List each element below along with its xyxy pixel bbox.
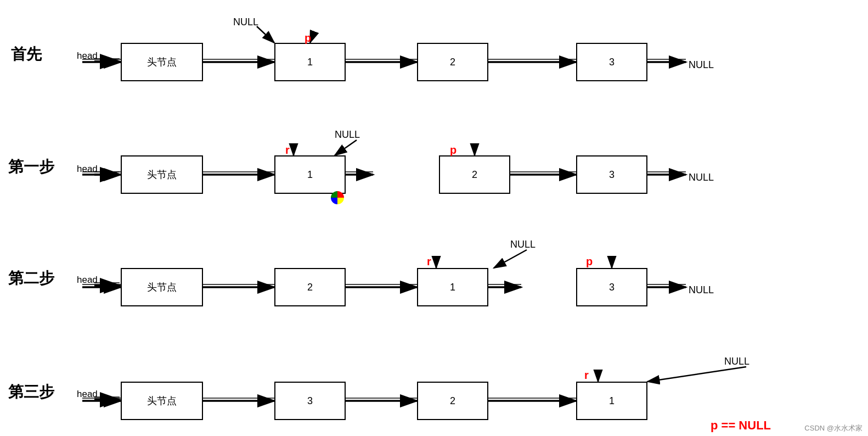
- node-n0_3: 3: [576, 43, 647, 81]
- head-label-row2: head: [77, 275, 98, 286]
- head-label-row0: head: [77, 51, 98, 62]
- node-n1_0: 头节点: [121, 155, 203, 194]
- head-label-row3: head: [77, 389, 98, 400]
- node-n2_2: 1: [417, 268, 488, 306]
- node-n1_3: 3: [576, 155, 647, 194]
- null-label: NULL: [510, 239, 536, 250]
- row-label-row1: 第一步: [8, 156, 54, 177]
- node-n3_1: 3: [274, 382, 346, 420]
- node-n0_0: 头节点: [121, 43, 203, 81]
- null-label: NULL: [233, 16, 258, 28]
- head-label-row1: head: [77, 164, 98, 175]
- pointer-p: p: [450, 144, 456, 156]
- watermark-text: CSDN @水水术家: [804, 423, 863, 433]
- null-label: NULL: [335, 129, 360, 141]
- node-n2_0: 头节点: [121, 268, 203, 306]
- svg-line-27: [335, 140, 357, 155]
- node-n3_3: 1: [576, 382, 647, 420]
- node-n3_2: 2: [417, 382, 488, 420]
- pointer-p: p: [305, 32, 311, 44]
- diagram-container: 首先head头节点123NULLNULLp第一步head头节点123NULLNU…: [0, 0, 868, 436]
- pointer-r: r: [285, 144, 290, 156]
- node-n2_3: 3: [576, 268, 647, 306]
- node-n3_0: 头节点: [121, 382, 203, 420]
- node-n0_2: 2: [417, 43, 488, 81]
- null-label: NULL: [689, 59, 714, 71]
- svg-line-14: [257, 26, 274, 43]
- pointer-p: p: [586, 255, 593, 268]
- row-label-row2: 第二步: [8, 268, 54, 289]
- null-label: NULL: [724, 356, 749, 367]
- svg-line-40: [494, 250, 527, 268]
- pointer-r: r: [427, 255, 431, 268]
- node-n1_1: 1: [274, 155, 346, 194]
- svg-line-51: [647, 367, 746, 382]
- pointer-p-==-NULL: p == NULL: [711, 418, 771, 433]
- row-label-row0: 首先: [11, 44, 42, 65]
- null-label: NULL: [689, 172, 714, 183]
- null-label: NULL: [689, 284, 714, 296]
- row-label-row3: 第三步: [8, 382, 54, 403]
- node-n1_2: 2: [439, 155, 510, 194]
- pointer-r: r: [584, 369, 589, 382]
- node-n2_1: 2: [274, 268, 346, 306]
- node-n0_1: 1: [274, 43, 346, 81]
